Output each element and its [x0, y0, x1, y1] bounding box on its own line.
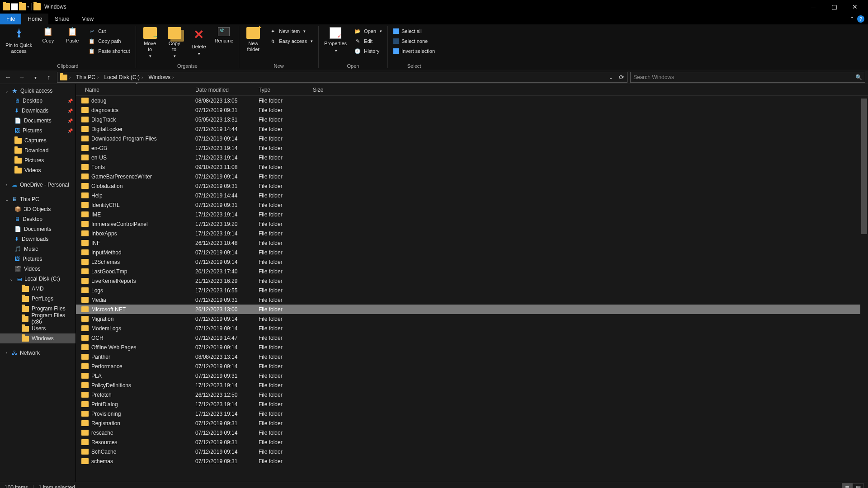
qat-properties-icon[interactable]	[11, 3, 18, 10]
scrollbar-thumb[interactable]	[861, 99, 867, 234]
nav-item-desktop[interactable]: 🖥Desktop	[0, 214, 75, 224]
crumb-this-pc[interactable]: This PC›	[73, 72, 101, 82]
tab-home[interactable]: Home	[21, 14, 48, 24]
file-row[interactable]: DigitalLocker07/12/2019 14:44File folder	[76, 124, 868, 134]
file-row[interactable]: Microsoft.NET26/12/2023 13:00File folder	[76, 305, 868, 314]
file-row[interactable]: LastGood.Tmp20/12/2023 17:40File folder	[76, 267, 868, 276]
addr-dropdown-button[interactable]: ⌄	[605, 70, 616, 84]
nav-onedrive[interactable]: ›☁OneDrive - Personal	[0, 180, 75, 190]
nav-item-documents[interactable]: 📄Documents	[0, 224, 75, 234]
file-row[interactable]: IME17/12/2023 19:14File folder	[76, 210, 868, 219]
nav-item-documents[interactable]: 📄Documents📌	[0, 116, 75, 126]
nav-item-captures[interactable]: Captures	[0, 136, 75, 145]
file-row[interactable]: PrintDialog17/12/2023 19:14File folder	[76, 399, 868, 409]
file-row[interactable]: Panther08/08/2023 13:14File folder	[76, 352, 868, 361]
select-none-button[interactable]: Select none	[391, 36, 438, 46]
nav-item-amd[interactable]: AMD	[0, 284, 75, 294]
file-row[interactable]: Downloaded Program Files07/12/2019 09:14…	[76, 134, 868, 143]
nav-item-downloads[interactable]: ⬇Downloads	[0, 234, 75, 244]
file-row[interactable]: Provisioning17/12/2023 19:14File folder	[76, 409, 868, 418]
delete-button[interactable]: ✕Delete▾	[188, 25, 210, 58]
history-button[interactable]: 🕘History	[351, 46, 385, 56]
file-row[interactable]: en-US17/12/2023 19:14File folder	[76, 153, 868, 162]
refresh-button[interactable]: ⟳	[616, 70, 627, 84]
file-row[interactable]: Help07/12/2019 14:44File folder	[76, 191, 868, 200]
crumb-local-disk[interactable]: Local Disk (C:)›	[101, 72, 146, 82]
nav-item-local-disk-c-[interactable]: ⌄🖴Local Disk (C:)	[0, 274, 75, 284]
file-row[interactable]: Fonts09/10/2023 11:08File folder	[76, 162, 868, 172]
thumbnails-view-button[interactable]: ▦	[853, 483, 863, 488]
crumb-windows[interactable]: Windows›	[146, 72, 176, 82]
file-row[interactable]: Registration07/12/2019 09:31File folder	[76, 418, 868, 428]
file-row[interactable]: DiagTrack05/05/2023 13:31File folder	[76, 115, 868, 124]
nav-item-program-files-x86[interactable]: Program Files (x86	[0, 314, 75, 324]
file-row[interactable]: PolicyDefinitions17/12/2023 19:14File fo…	[76, 380, 868, 390]
file-row[interactable]: Logs17/12/2023 16:55File folder	[76, 286, 868, 295]
scrollbar[interactable]	[860, 96, 868, 482]
nav-item-videos[interactable]: 🎬Videos	[0, 264, 75, 274]
nav-network[interactable]: ›🖧Network	[0, 348, 75, 358]
file-row[interactable]: Prefetch26/12/2023 12:50File folder	[76, 390, 868, 399]
back-button[interactable]: ←	[3, 70, 14, 84]
copy-path-button[interactable]: 📋Copy path	[85, 36, 132, 46]
nav-item-pictures[interactable]: 🖼Pictures	[0, 254, 75, 264]
file-row[interactable]: L2Schemas07/12/2019 09:14File folder	[76, 257, 868, 267]
nav-item-download[interactable]: Download	[0, 145, 75, 155]
qat-newfolder-icon[interactable]	[19, 3, 26, 10]
file-row[interactable]: InboxApps17/12/2023 19:14File folder	[76, 229, 868, 238]
address-bar[interactable]: › This PC› Local Disk (C:)› Windows› ⌄ ⟳	[57, 72, 627, 83]
file-row[interactable]: Globalization07/12/2019 09:31File folder	[76, 181, 868, 191]
file-row[interactable]: GameBarPresenceWriter07/12/2019 09:14Fil…	[76, 172, 868, 181]
col-size[interactable]: Size	[309, 87, 345, 93]
file-row[interactable]: SchCache07/12/2019 09:14File folder	[76, 447, 868, 456]
collapse-ribbon-icon[interactable]: ⌃	[850, 16, 854, 22]
pin-quick-access-button[interactable]: Pin to Quick access	[3, 25, 35, 56]
open-button[interactable]: 📂Open▾	[351, 26, 385, 36]
forward-button[interactable]: →	[16, 70, 27, 84]
up-button[interactable]: ↑	[43, 70, 54, 84]
tab-share[interactable]: Share	[48, 14, 75, 24]
file-row[interactable]: schemas07/12/2019 09:31File folder	[76, 456, 868, 466]
file-row[interactable]: INF26/12/2023 10:48File folder	[76, 238, 868, 248]
nav-item-perflogs[interactable]: PerfLogs	[0, 294, 75, 304]
nav-item-downloads[interactable]: ⬇Downloads📌	[0, 106, 75, 116]
nav-this-pc[interactable]: ⌄🖥This PC	[0, 194, 75, 204]
nav-item-pictures[interactable]: Pictures	[0, 155, 75, 165]
edit-button[interactable]: ✎Edit	[351, 36, 385, 46]
file-row[interactable]: Media07/12/2019 09:31File folder	[76, 295, 868, 305]
file-row[interactable]: ImmersiveControlPanel17/12/2023 19:20Fil…	[76, 219, 868, 229]
qat-customize-icon[interactable]: ▾	[27, 5, 29, 9]
copy-button[interactable]: 📋 Copy	[37, 25, 59, 46]
file-row[interactable]: ModemLogs07/12/2019 09:14File folder	[76, 324, 868, 333]
properties-button[interactable]: Properties▾	[321, 25, 349, 55]
nav-item-music[interactable]: 🎵Music	[0, 244, 75, 254]
nav-item-desktop[interactable]: 🖥Desktop📌	[0, 96, 75, 106]
move-to-button[interactable]: Move to▾	[139, 25, 161, 60]
new-folder-button[interactable]: New folder	[242, 25, 264, 54]
new-item-button[interactable]: ✦New item▾	[266, 26, 316, 36]
file-row[interactable]: Resources07/12/2019 09:31File folder	[76, 437, 868, 447]
invert-selection-button[interactable]: Invert selection	[391, 46, 438, 56]
col-type[interactable]: Type	[255, 87, 309, 93]
details-view-button[interactable]: ≣	[842, 483, 853, 488]
file-row[interactable]: IdentityCRL07/12/2019 09:31File folder	[76, 200, 868, 210]
select-all-button[interactable]: Select all	[391, 26, 438, 36]
recent-locations-button[interactable]: ▾	[30, 70, 41, 84]
nav-item-videos[interactable]: Videos	[0, 165, 75, 175]
nav-quick-access[interactable]: ⌄★Quick access	[0, 86, 75, 96]
file-row[interactable]: diagnostics07/12/2019 09:31File folder	[76, 105, 868, 115]
search-box[interactable]: Search Windows 🔍	[630, 72, 865, 83]
file-row[interactable]: InputMethod07/12/2019 09:14File folder	[76, 248, 868, 257]
nav-item-users[interactable]: Users	[0, 324, 75, 333]
file-row[interactable]: Offline Web Pages07/12/2019 09:14File fo…	[76, 343, 868, 352]
file-row[interactable]: rescache07/12/2019 09:14File folder	[76, 428, 868, 437]
help-icon[interactable]: ?	[857, 15, 864, 23]
file-row[interactable]: PLA07/12/2019 09:31File folder	[76, 371, 868, 380]
file-row[interactable]: debug08/08/2023 13:05File folder	[76, 96, 868, 105]
paste-shortcut-button[interactable]: 📋Paste shortcut	[85, 46, 132, 56]
col-name[interactable]: Name	[76, 87, 192, 93]
nav-item-pictures[interactable]: 🖼Pictures📌	[0, 126, 75, 136]
file-row[interactable]: LiveKernelReports21/12/2023 16:29File fo…	[76, 276, 868, 286]
tab-view[interactable]: View	[75, 14, 100, 24]
tab-file[interactable]: File	[0, 14, 21, 24]
